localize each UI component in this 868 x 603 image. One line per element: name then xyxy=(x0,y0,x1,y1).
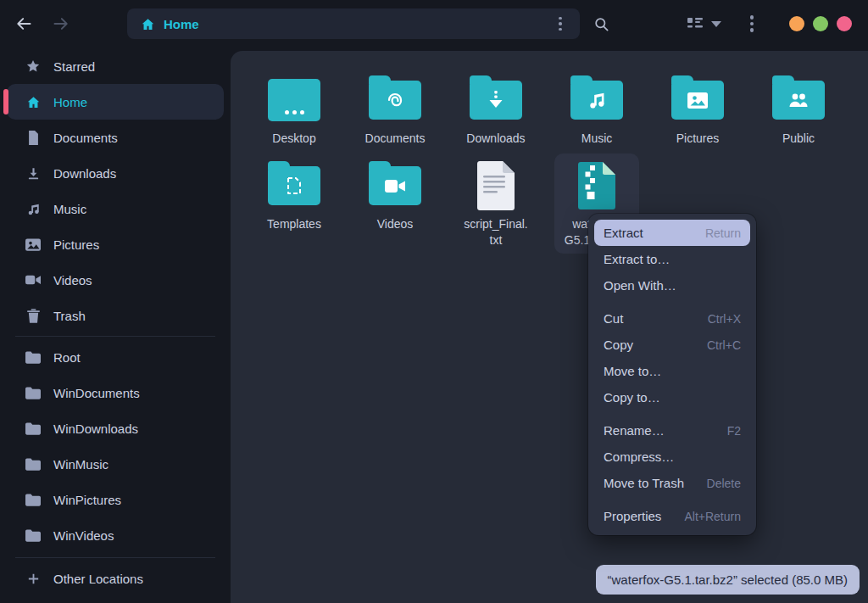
menu-item-shortcut: F2 xyxy=(727,424,741,438)
file-item-templates[interactable]: Templates xyxy=(252,154,337,254)
sidebar: Starred Home Documents Downloads Music P… xyxy=(0,47,231,603)
file-item-script-final-txt[interactable]: script_Final. txt xyxy=(453,154,538,254)
back-button[interactable] xyxy=(12,12,36,36)
path-options-button[interactable] xyxy=(551,13,570,35)
sidebar-item-label: Other Locations xyxy=(53,572,143,586)
sidebar-item-videos[interactable]: Videos xyxy=(7,262,224,298)
file-name: Templates xyxy=(267,216,321,232)
context-menu-group: Properties Alt+Return xyxy=(594,503,750,529)
forward-arrow-icon xyxy=(53,15,70,32)
search-icon xyxy=(593,16,609,32)
menu-item-copy-to[interactable]: Copy to… xyxy=(594,384,750,410)
sidebar-item-winvideos[interactable]: WinVideos xyxy=(7,517,224,553)
sidebar-item-winpictures[interactable]: WinPictures xyxy=(7,482,224,517)
main-menu-button[interactable] xyxy=(739,11,765,36)
sidebar-item-label: Documents xyxy=(53,131,118,145)
sidebar-item-label: WinMusic xyxy=(53,457,108,472)
sidebar-item-label: Downloads xyxy=(53,166,116,181)
sidebar-item-label: WinDocuments xyxy=(53,386,140,400)
file-item-desktop[interactable]: Desktop xyxy=(252,68,337,152)
sidebar-item-winmusic[interactable]: WinMusic xyxy=(7,446,224,482)
menu-item-label: Properties xyxy=(604,509,661,523)
sidebar-item-other-locations[interactable]: Other Locations xyxy=(7,561,224,596)
menu-item-label: Cut xyxy=(604,311,623,326)
file-item-documents[interactable]: Documents xyxy=(353,68,437,152)
menu-item-move-to-trash[interactable]: Move to Trash Delete xyxy=(594,470,750,496)
menu-item-shortcut: Ctrl+C xyxy=(707,338,741,352)
menu-item-label: Copy to… xyxy=(604,390,660,405)
back-arrow-icon xyxy=(15,15,32,32)
sidebar-item-downloads[interactable]: Downloads xyxy=(7,155,224,191)
menu-item-label: Extract xyxy=(604,226,643,240)
folder-download-icon xyxy=(470,81,522,120)
file-item-music[interactable]: Music xyxy=(554,68,639,152)
window-maximize-button[interactable] xyxy=(813,16,828,31)
menu-item-shortcut: Alt+Return xyxy=(684,510,741,523)
plus-icon xyxy=(25,571,41,586)
menu-item-move-to[interactable]: Move to… xyxy=(594,358,750,384)
file-item-public[interactable]: Public xyxy=(756,68,841,152)
folder-icon xyxy=(25,349,41,365)
sidebar-item-label: Pictures xyxy=(53,237,99,252)
menu-item-label: Compress… xyxy=(604,449,674,464)
sidebar-item-starred[interactable]: Starred xyxy=(7,48,224,84)
image-icon xyxy=(25,237,41,252)
current-location-label: Home xyxy=(164,17,551,31)
path-bar[interactable]: Home xyxy=(127,8,580,39)
context-menu-group: Rename… F2 Compress… Move to Trash Delet… xyxy=(594,417,750,496)
menu-item-copy[interactable]: Copy Ctrl+C xyxy=(594,332,750,358)
sidebar-item-pictures[interactable]: Pictures xyxy=(7,226,224,262)
sidebar-item-label: Music xyxy=(53,202,86,216)
sidebar-divider xyxy=(15,557,215,558)
sidebar-item-documents[interactable]: Documents xyxy=(7,120,224,155)
sidebar-item-windownloads[interactable]: WinDownloads xyxy=(7,410,224,446)
kebab-menu-icon xyxy=(743,13,761,35)
window-close-button[interactable] xyxy=(837,16,852,31)
folder-people-icon xyxy=(772,81,825,120)
file-item-downloads[interactable]: Downloads xyxy=(453,68,538,152)
menu-item-shortcut: Ctrl+X xyxy=(708,312,741,326)
document-icon xyxy=(25,130,41,145)
sidebar-item-label: Trash xyxy=(53,309,86,323)
sidebar-item-label: WinPictures xyxy=(53,493,121,507)
menu-item-cut[interactable]: Cut Ctrl+X xyxy=(594,305,750,332)
forward-button[interactable] xyxy=(49,12,73,36)
sidebar-item-windocuments[interactable]: WinDocuments xyxy=(7,375,224,410)
menu-item-shortcut: Return xyxy=(705,226,741,240)
video-camera-icon xyxy=(25,272,41,288)
window-minimize-button[interactable] xyxy=(789,16,804,31)
sidebar-item-music[interactable]: Music xyxy=(7,191,224,226)
folder-image-icon xyxy=(671,81,724,120)
toolbar: Home xyxy=(0,0,868,47)
text-file-icon xyxy=(476,160,516,211)
context-menu: Extract Return Extract to… Open With… Cu… xyxy=(588,214,756,535)
menu-item-extract[interactable]: Extract Return xyxy=(594,220,750,246)
file-name: Videos xyxy=(377,216,414,232)
file-grid-panel: Desktop Documents Downloads Music xyxy=(231,51,868,603)
file-item-pictures[interactable]: Pictures xyxy=(655,68,740,152)
menu-item-properties[interactable]: Properties Alt+Return xyxy=(594,503,750,529)
sidebar-item-home[interactable]: Home xyxy=(7,84,224,120)
selection-status-text: “waterfox-G5.1.tar.bz2” selected (85.0 M… xyxy=(608,572,848,587)
file-item-videos[interactable]: Videos xyxy=(353,154,437,254)
folder-music-icon xyxy=(570,81,623,120)
sidebar-item-trash[interactable]: Trash xyxy=(7,298,224,333)
folder-icon xyxy=(25,492,41,507)
download-icon xyxy=(25,165,41,181)
sidebar-item-label: Home xyxy=(53,95,87,109)
file-name: Music xyxy=(581,131,613,147)
menu-item-rename[interactable]: Rename… F2 xyxy=(594,417,750,444)
folder-icon xyxy=(25,385,41,400)
menu-item-compress[interactable]: Compress… xyxy=(594,444,750,470)
sidebar-item-root[interactable]: Root xyxy=(7,339,224,375)
view-switcher-button[interactable] xyxy=(678,11,731,36)
selection-status-bar: “waterfox-G5.1.tar.bz2” selected (85.0 M… xyxy=(596,565,860,595)
menu-item-open-with[interactable]: Open With… xyxy=(594,272,750,299)
context-menu-group: Cut Ctrl+X Copy Ctrl+C Move to… Copy to… xyxy=(594,305,750,410)
menu-item-label: Rename… xyxy=(604,423,665,438)
search-button[interactable] xyxy=(588,11,614,36)
sidebar-divider xyxy=(15,336,215,337)
sidebar-item-label: WinVideos xyxy=(53,528,114,543)
file-grid-row: Desktop Documents Downloads Music xyxy=(231,68,868,152)
menu-item-extract-to[interactable]: Extract to… xyxy=(594,246,750,272)
